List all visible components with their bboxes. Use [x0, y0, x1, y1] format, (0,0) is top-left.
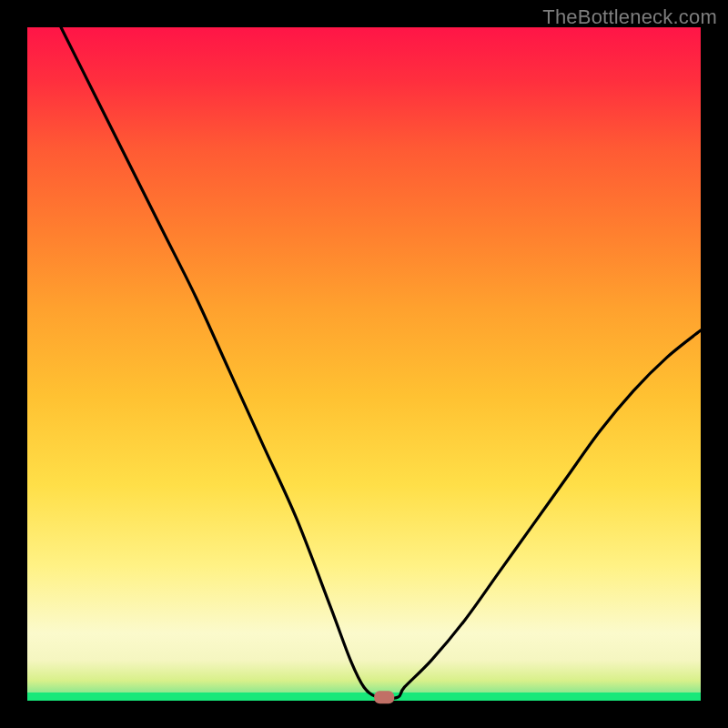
min-marker	[374, 691, 394, 703]
watermark-text: TheBottleneck.com	[542, 5, 717, 29]
chart-frame: TheBottleneck.com	[0, 0, 728, 728]
curve-svg	[27, 27, 701, 701]
bottleneck-curve-path	[61, 27, 701, 699]
plot-area	[27, 27, 701, 701]
